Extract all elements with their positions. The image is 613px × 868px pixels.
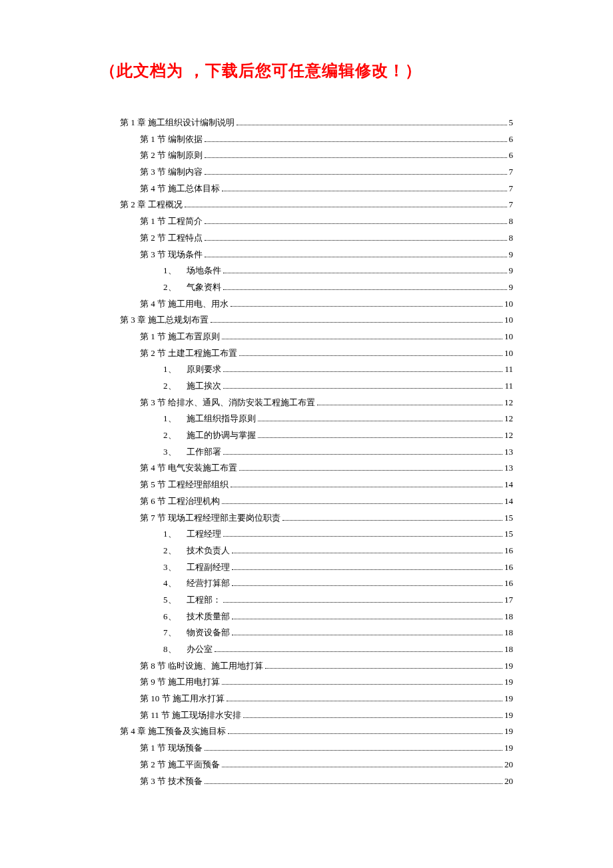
toc-entry-label: 第 9 节 施工用电打算 [140,674,220,691]
table-of-contents: 第 1 章 施工组织设计编制说明5第 1 节 编制依据6第 2 节 编制原则6第… [100,115,513,789]
toc-entry: 8、办公室18 [163,641,513,658]
toc-leader-dots [223,454,502,455]
toc-entry: 第 3 节 技术预备20 [140,773,513,790]
toc-entry-label: 第 8 节 临时设施、施工用地打算 [140,658,263,675]
toc-entry-label: 施工挨次 [187,378,221,395]
toc-entry-page: 18 [504,609,513,625]
toc-leader-dots [239,355,502,356]
toc-leader-dots [258,421,502,421]
toc-entry-page: 13 [504,444,513,461]
toc-entry-page: 12 [504,395,513,411]
toc-leader-dots [205,257,506,257]
toc-entry-page: 12 [504,427,513,444]
toc-entry-page: 10 [504,329,513,345]
toc-leader-dots [223,371,502,372]
toc-entry-page: 7 [509,164,514,181]
toc-leader-dots [205,223,506,224]
toc-entry-number: 2、 [163,279,187,296]
toc-entry-label: 第 11 节 施工现场排水安排 [140,707,241,724]
toc-entry-label: 第 2 节 土建工程施工布置 [140,345,237,362]
toc-entry-label: 工程经理 [187,526,221,543]
toc-leader-dots [258,437,502,438]
toc-entry-page: 19 [504,674,513,691]
toc-entry-label: 第 6 节 工程治理机构 [140,493,220,510]
toc-entry-page: 10 [504,345,513,362]
toc-entry-page: 16 [504,575,513,592]
toc-leader-dots [222,684,502,685]
toc-entry-label: 第 3 节 给排水、通风、消防安装工程施工布置 [140,395,315,411]
toc-leader-dots [232,569,502,570]
toc-entry-page: 8 [509,230,514,247]
toc-entry-page: 14 [504,477,513,493]
toc-entry-label: 技术负责人 [187,543,230,559]
toc-leader-dots [227,701,502,701]
toc-entry: 1、施工组织指导原则12 [163,411,513,427]
toc-entry-label: 工程副经理 [187,559,230,576]
toc-entry-page: 19 [504,740,513,757]
toc-leader-dots [222,503,502,504]
toc-entry-page: 18 [504,625,513,641]
toc-entry: 第 8 节 临时设施、施工用地打算19 [140,658,513,675]
toc-leader-dots [265,668,502,669]
toc-entry: 第 9 节 施工用电打算19 [140,674,513,691]
toc-entry: 5、工程部：17 [163,592,513,609]
toc-entry-label: 第 1 章 施工组织设计编制说明 [120,115,235,131]
toc-entry-label: 施工的协调与掌握 [187,427,256,444]
toc-entry: 3、工作部署13 [163,444,513,461]
toc-entry-label: 技术质量部 [187,609,230,625]
toc-leader-dots [223,388,502,389]
toc-entry-label: 办公室 [187,641,213,658]
toc-entry-number: 1、 [163,526,187,543]
toc-entry-number: 1、 [163,263,187,279]
toc-entry-page: 16 [504,543,513,559]
toc-leader-dots [223,536,502,537]
toc-entry-page: 18 [504,641,513,658]
toc-entry-page: 10 [504,312,513,329]
toc-entry: 1、场地条件9 [163,263,513,279]
toc-entry-page: 8 [509,213,514,230]
toc-entry-label: 第 1 节 施工布置原则 [140,329,220,345]
toc-entry: 第 1 节 现场预备19 [140,740,513,757]
toc-entry-page: 16 [504,559,513,576]
toc-entry-label: 第 3 章 施工总规划布置 [120,312,209,329]
toc-entry: 1、工程经理15 [163,526,513,543]
toc-entry-page: 15 [504,526,513,543]
toc-leader-dots [222,339,502,339]
toc-entry: 3、工程副经理16 [163,559,513,576]
toc-entry-label: 第 1 节 工程简介 [140,213,203,230]
toc-leader-dots [223,273,507,273]
toc-leader-dots [243,717,502,718]
toc-leader-dots [317,405,502,405]
toc-entry-label: 第 4 节 施工用电、用水 [140,296,229,313]
toc-leader-dots [205,750,502,751]
toc-entry-number: 1、 [163,361,187,378]
toc-entry-page: 9 [509,263,514,279]
toc-leader-dots [222,191,506,191]
toc-entry-label: 第 3 节 现场条件 [140,247,203,263]
toc-entry: 2、技术负责人16 [163,543,513,559]
toc-entry: 第 4 节 电气安装施工布置13 [140,460,513,477]
toc-entry: 2、气象资料9 [163,279,513,296]
toc-entry-page: 19 [504,691,513,707]
document-title: （此文档为 ，下载后您可任意编辑修改！） [100,60,513,81]
toc-entry-label: 工程部： [187,592,221,609]
toc-entry: 第 6 节 工程治理机构14 [140,493,513,510]
toc-entry-label: 第 4 章 施工预备及实施目标 [120,723,226,740]
toc-entry-page: 9 [509,279,514,296]
toc-entry-number: 6、 [163,609,187,625]
toc-entry-label: 第 2 节 施工平面预备 [140,757,220,773]
toc-leader-dots [185,207,506,207]
toc-leader-dots [283,520,502,521]
toc-entry-label: 气象资料 [187,279,221,296]
toc-entry: 第 4 节 施工总体目标7 [140,181,513,197]
toc-leader-dots [205,157,506,158]
toc-entry: 第 2 节 土建工程施工布置10 [140,345,513,362]
toc-entry: 2、施工的协调与掌握12 [163,427,513,444]
toc-entry: 7、物资设备部18 [163,625,513,641]
toc-entry: 第 10 节 施工用水打算19 [140,691,513,707]
toc-leader-dots [223,602,502,603]
toc-entry-page: 14 [504,493,513,510]
toc-entry: 2、施工挨次11 [163,378,513,395]
toc-entry-number: 4、 [163,575,187,592]
toc-entry-page: 10 [504,296,513,313]
